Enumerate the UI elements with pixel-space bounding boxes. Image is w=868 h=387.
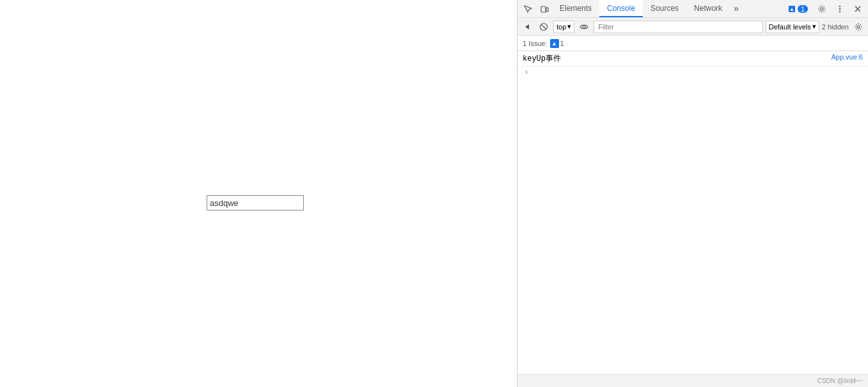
issues-badge-count: 1 — [798, 5, 808, 13]
devtools-tabs: Elements Console Sources Network » — [552, 0, 784, 17]
tab-console[interactable]: Console — [599, 0, 643, 17]
default-levels-label: Default levels — [769, 23, 811, 31]
inspect-element-button[interactable] — [520, 1, 535, 17]
default-levels-dropdown[interactable]: Default levels ▾ — [766, 20, 819, 33]
webpage-area — [0, 0, 517, 387]
svg-rect-1 — [546, 8, 548, 12]
more-options-button[interactable] — [832, 1, 848, 17]
svg-point-6 — [839, 8, 840, 9]
issues-bar: 1 Issue: ▲ 1 — [517, 36, 868, 51]
svg-point-7 — [839, 10, 840, 12]
default-levels-arrow: ▾ — [812, 22, 816, 31]
svg-point-5 — [839, 5, 840, 6]
console-log-message: keyUp事件 — [523, 53, 831, 64]
toolbar-right-icons: ▲ 1 — [784, 1, 865, 17]
hidden-count: 2 hidden — [822, 23, 849, 31]
close-devtools-button[interactable] — [850, 1, 865, 17]
settings-button[interactable] — [814, 1, 830, 17]
top-label: top — [556, 23, 566, 31]
toolbar-left-icons — [520, 1, 552, 17]
devtools-panel: Elements Console Sources Network » ▲ 1 — [517, 0, 868, 387]
tab-elements[interactable]: Elements — [552, 0, 599, 17]
console-log-source[interactable]: App.vue:6 — [831, 53, 863, 61]
devtools-footer: CSDN @lin钟一 — [517, 374, 868, 387]
console-output: keyUp事件 App.vue:6 › — [517, 51, 868, 374]
tab-sources[interactable]: Sources — [643, 0, 686, 17]
console-settings-button[interactable] — [851, 20, 865, 34]
console-back-button[interactable] — [520, 20, 534, 34]
expand-arrow[interactable]: › — [523, 68, 530, 75]
footer-watermark: CSDN @lin钟一 — [817, 377, 863, 386]
issues-text: 1 Issue: — [523, 40, 548, 47]
issues-badge-button[interactable]: ▲ 1 — [784, 4, 812, 14]
svg-point-10 — [583, 26, 585, 28]
tab-network[interactable]: Network — [686, 0, 730, 17]
tab-more-button[interactable]: » — [730, 0, 743, 17]
issue-icon: ▲ — [550, 39, 559, 48]
svg-text:▲: ▲ — [789, 6, 794, 12]
text-input[interactable] — [207, 195, 304, 210]
issue-count: 1 — [560, 40, 564, 47]
issues-badge[interactable]: ▲ 1 — [550, 39, 564, 48]
filter-input[interactable] — [594, 20, 762, 33]
devtools-toolbar: Elements Console Sources Network » ▲ 1 — [517, 0, 868, 18]
top-context-dropdown[interactable]: top ▾ — [553, 20, 574, 33]
clear-console-button[interactable] — [537, 20, 551, 34]
eye-button[interactable] — [577, 20, 591, 34]
device-toolbar-button[interactable] — [537, 1, 552, 17]
console-toolbar: top ▾ Default levels ▾ 2 hidden — [517, 18, 868, 36]
top-dropdown-arrow: ▾ — [567, 22, 571, 31]
svg-line-9 — [542, 24, 546, 29]
svg-point-4 — [821, 8, 823, 10]
console-expand-row: › — [517, 67, 868, 77]
console-log-row: keyUp事件 App.vue:6 — [517, 51, 868, 67]
svg-point-11 — [857, 26, 860, 28]
svg-rect-0 — [541, 6, 546, 12]
